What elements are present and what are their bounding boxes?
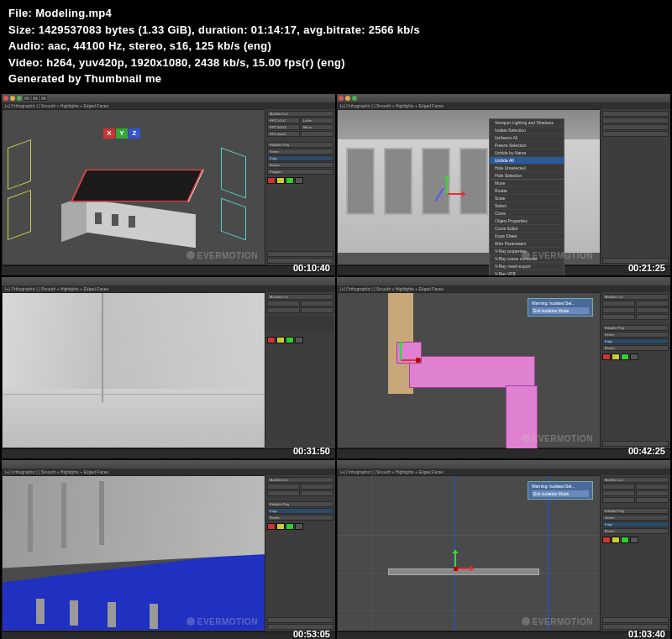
modifier-item[interactable]: Mirror — [301, 124, 333, 130]
timeline-bar[interactable] — [2, 448, 335, 458]
stack-item[interactable]: Border — [267, 162, 333, 168]
panel-option[interactable] — [267, 617, 333, 623]
modifier-item[interactable]: FFD 4x4x4 — [267, 131, 300, 137]
quad-menu-bottom[interactable]: Move Rotate Scale Select Clone Object Pr… — [489, 179, 564, 275]
panel-option[interactable] — [267, 251, 333, 257]
stack-item[interactable]: Editable Poly — [602, 508, 669, 514]
stack-item[interactable]: Vertex — [602, 515, 669, 521]
isolation-dialog[interactable]: Warning: Isolated Sel... Exit Isolation … — [528, 481, 593, 500]
viewport-3d[interactable]: X Y Z — [2, 109, 265, 265]
modifier-item[interactable]: FFD 3x3x3 — [267, 124, 300, 130]
stack-item-selected[interactable]: Edge — [267, 508, 333, 514]
timeline-bar[interactable] — [2, 265, 335, 275]
menu-item[interactable]: Object Properties — [490, 217, 564, 225]
modifier-list-header[interactable]: Modifier List — [602, 294, 669, 300]
modifier-list-header[interactable]: Modifier List — [267, 477, 333, 483]
modifier-item[interactable] — [301, 131, 333, 137]
exit-isolation-button[interactable]: Exit Isolation Mode — [532, 490, 589, 497]
menu-item[interactable]: Curve Editor — [490, 225, 564, 233]
app-toolbar[interactable] — [337, 460, 670, 469]
stack-item-selected[interactable]: Edge — [602, 338, 669, 344]
axis-x[interactable]: X — [103, 128, 115, 139]
command-panel[interactable]: Modifier List — [265, 292, 335, 448]
viewport-3d[interactable]: Warning: Isolated Sel... Exit Isolation … — [337, 292, 601, 448]
transform-gizmo[interactable] — [430, 177, 464, 211]
viewport-3d[interactable]: Viewport Lighting and Shadows Isolate Se… — [337, 109, 601, 265]
stack-item[interactable]: Editable Poly — [267, 501, 333, 507]
app-toolbar[interactable] — [2, 460, 335, 469]
stack-item[interactable]: Editable Poly — [602, 325, 669, 331]
menu-item-highlighted[interactable]: Unhide All — [490, 157, 564, 165]
transform-gizmo[interactable] — [438, 552, 472, 585]
modifier-list-header[interactable]: Modifier List — [267, 111, 333, 117]
timeline-bar[interactable] — [2, 631, 335, 640]
panel-option[interactable] — [602, 124, 669, 130]
panel-color-buttons[interactable] — [267, 523, 333, 530]
menu-item[interactable]: Wire Parameters — [490, 240, 564, 248]
stack-item[interactable]: Border — [267, 515, 333, 521]
transform-gizmo[interactable] — [384, 343, 417, 377]
menu-item[interactable]: Scale — [490, 195, 564, 202]
menu-item[interactable]: Select — [490, 202, 564, 210]
viewport-label[interactable]: [+] Orthographic [ ] Smooth + Highlights… — [2, 102, 335, 109]
app-toolbar[interactable] — [2, 277, 335, 285]
viewport-label[interactable]: [+] Orthographic [ ] Smooth + Highlights… — [337, 469, 670, 475]
command-panel[interactable] — [600, 109, 670, 265]
viewport-3d[interactable]: Warning: Isolated Sel... Exit Isolation … — [337, 475, 601, 631]
stack-item[interactable]: Border — [602, 345, 669, 351]
duration-value: 01:14:17 — [251, 24, 297, 36]
viewport-label[interactable]: [+] Orthographic [ ] Smooth + Highlights… — [337, 102, 670, 109]
command-panel[interactable]: Modifier List Editable Poly Edge Border — [265, 475, 335, 631]
menu-item[interactable]: Hide Unselected — [490, 165, 564, 172]
app-toolbar[interactable] — [337, 94, 670, 102]
timeline-bar[interactable] — [337, 631, 670, 640]
viewport-3d[interactable] — [2, 292, 265, 448]
app-toolbar[interactable] — [2, 94, 335, 102]
viewport-label[interactable]: [+] Orthographic [ ] Smooth + Highlights… — [337, 285, 670, 292]
app-toolbar[interactable] — [337, 277, 670, 285]
modifier-list-header[interactable]: Modifier List — [267, 294, 333, 300]
menu-item[interactable]: Dope Sheet — [490, 233, 564, 240]
modifier-list-header[interactable]: Modifier List — [602, 477, 669, 483]
panel-color-buttons[interactable] — [267, 177, 333, 184]
panel-option[interactable] — [602, 118, 669, 123]
thumbnail-3: [+] Orthographic [ ] Smooth + Highlights… — [2, 277, 335, 458]
timeline-bar[interactable] — [337, 448, 670, 458]
stack-item[interactable]: Vertex — [267, 149, 333, 155]
command-panel[interactable]: Modifier List Editable Poly Vertex Edge … — [600, 292, 670, 448]
viewport-label[interactable]: [+] Orthographic [ ] Smooth + Highlights… — [2, 469, 335, 475]
menu-item[interactable]: Rotate — [490, 187, 564, 195]
axis-z[interactable]: Z — [129, 128, 140, 139]
panel-color-buttons[interactable] — [267, 337, 333, 343]
menu-item[interactable]: Isolate Selection — [490, 127, 564, 134]
axis-y[interactable]: Y — [116, 128, 128, 139]
axis-constraint-badge[interactable]: X Y Z — [103, 128, 140, 139]
menu-item[interactable]: Viewport Lighting and Shadows — [490, 119, 564, 127]
panel-color-buttons[interactable] — [602, 354, 669, 360]
stack-item-selected[interactable]: Edge — [267, 155, 333, 161]
menu-item[interactable]: Clone — [490, 210, 564, 217]
viewport-label[interactable]: [+] Orthographic [ ] Smooth + Highlights… — [2, 285, 335, 292]
modifier-item[interactable]: FFD 2x2x2 — [267, 118, 300, 123]
panel-color-buttons[interactable] — [602, 537, 669, 543]
panel-option[interactable] — [602, 131, 669, 137]
isolation-dialog[interactable]: Warning: Isolated Sel... Exit Isolation … — [528, 298, 593, 317]
menu-item[interactable]: V-Ray VFB — [490, 270, 564, 275]
menu-item[interactable]: Unfreeze All — [490, 134, 564, 142]
viewport-3d[interactable] — [2, 475, 265, 631]
panel-header[interactable] — [602, 111, 669, 117]
stack-item[interactable]: Border — [602, 528, 669, 534]
stack-item[interactable]: Vertex — [602, 332, 669, 338]
modifier-item[interactable]: Lathe — [301, 118, 333, 123]
command-panel[interactable]: Modifier List Editable Poly Vertex Edge … — [600, 475, 670, 631]
panel-option[interactable] — [602, 617, 669, 623]
command-panel[interactable]: Modifier List FFD 2x2x2Lathe FFD 3x3x3Mi… — [265, 109, 335, 265]
menu-item[interactable]: Freeze Selection — [490, 142, 564, 149]
menu-item[interactable]: V-Ray mesh export — [490, 263, 564, 270]
stack-item-selected[interactable]: Edge — [602, 521, 669, 527]
menu-item[interactable]: Move — [490, 180, 564, 187]
stack-item[interactable]: Polygon — [267, 169, 333, 175]
stack-item[interactable]: Editable Poly — [267, 142, 333, 148]
exit-isolation-button[interactable]: Exit Isolation Mode — [532, 307, 589, 314]
menu-item[interactable]: Unhide by Name — [490, 149, 564, 157]
